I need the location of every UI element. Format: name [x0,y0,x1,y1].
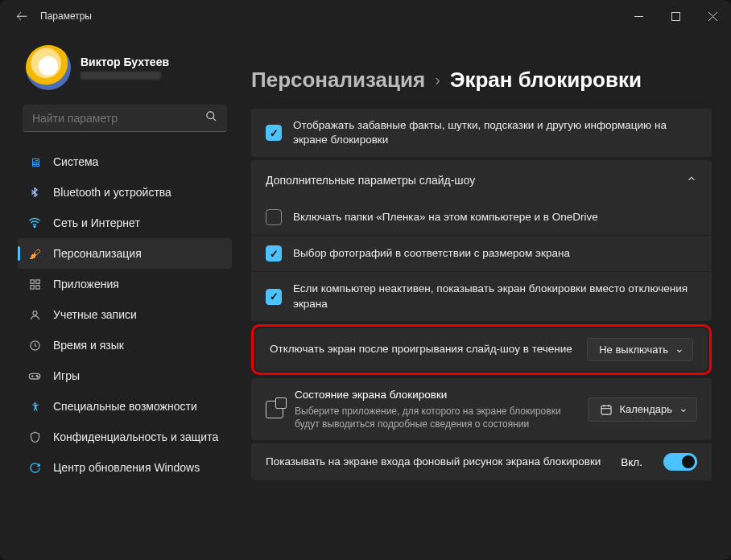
bluetooth-icon [27,185,42,200]
accessibility-icon [27,399,42,414]
opt-fit-screen[interactable]: Выбор фотографий в соответствии с размер… [251,236,712,272]
nav-accounts[interactable]: Учетные записи [18,299,232,330]
highlight-box: Отключать экран после проигрывания слайд… [251,324,712,375]
nav-label: Bluetooth и устройства [53,186,171,199]
setting-card: Состояние экрана блокировки Выберите при… [251,378,712,441]
wifi-icon [27,216,42,230]
toggle-switch[interactable] [663,453,697,471]
nav-network[interactable]: Сеть и Интернет [18,208,232,238]
setting-title: Состояние экрана блокировки [295,388,576,402]
sync-icon [27,460,42,475]
toggle-label: Вкл. [621,456,642,468]
nav-label: Центр обновления Windows [53,461,200,474]
setting-label: Отключать экран после проигрывания слайд… [270,342,576,356]
nav-update[interactable]: Центр обновления Windows [18,452,232,483]
nav-label: Время и язык [53,339,124,352]
search-input[interactable] [32,112,205,125]
expander-card: Дополнительные параметры слайд-шоу Включ… [251,160,712,320]
person-icon [27,307,42,322]
user-name: Виктор Бухтеев [81,56,169,68]
svg-rect-17 [601,406,611,414]
nav-system[interactable]: 🖥Система [18,146,232,177]
close-button[interactable] [694,0,731,32]
nav-label: Приложения [53,278,119,290]
svg-point-11 [33,311,37,315]
breadcrumb-category[interactable]: Персонализация [251,68,425,93]
svg-rect-1 [671,12,679,20]
gamepad-icon [27,369,42,383]
clock-icon [27,338,42,352]
svg-rect-9 [30,285,33,288]
setting-label: Отображать забавные факты, шутки, подска… [293,118,697,147]
titlebar: 🡠 Параметры [0,0,731,32]
expander-title: Дополнительные параметры слайд-шоу [266,174,475,187]
chevron-up-icon [686,173,697,187]
opt-inactive[interactable]: Если компьютер неактивен, показывать экр… [251,272,712,320]
svg-rect-10 [35,285,39,288]
dropdown-value: Календарь [619,403,672,415]
shield-icon [27,430,42,444]
nav-bluetooth[interactable]: Bluetooth и устройства [18,177,232,208]
setting-card: Показывать на экране входа фоновый рисун… [251,443,712,480]
sidebar: Виктор Бухтеев 🖥Система Bluetooth и устр… [0,32,242,560]
svg-rect-8 [35,279,39,282]
svg-point-15 [37,377,38,377]
opt-film-folders[interactable]: Включать папки «Пленка» на этом компьюте… [251,200,712,236]
search-icon [205,110,217,126]
setting-label: Показывать на экране входа фоновый рисун… [266,455,609,469]
svg-point-6 [34,226,35,228]
nav: 🖥Система Bluetooth и устройства Сеть и И… [18,146,232,483]
nav-label: Персонализация [53,247,142,260]
checkbox[interactable] [266,125,282,141]
nav-label: Учетные записи [53,308,137,321]
svg-point-16 [34,401,36,404]
nav-label: Специальные возможности [53,400,197,413]
main-content: Персонализация › Экран блокировки Отобра… [242,32,731,560]
setting-fun-facts[interactable]: Отображать забавные факты, шутки, подска… [251,109,712,157]
svg-point-4 [207,112,214,119]
checkbox[interactable] [266,245,282,261]
chevron-right-icon: › [435,71,440,89]
expander-slideshow[interactable]: Дополнительные параметры слайд-шоу [251,160,712,200]
setting-label: Выбор фотографий в соответствии с размер… [293,246,697,261]
nav-gaming[interactable]: Игры [18,360,232,391]
back-button[interactable]: 🡠 [16,10,27,23]
breadcrumb: Персонализация › Экран блокировки [251,68,712,93]
page-title: Экран блокировки [450,68,642,93]
nav-label: Конфиденциальность и защита [53,430,218,443]
lock-screen-status[interactable]: Состояние экрана блокировки Выберите при… [251,378,712,441]
nav-label: Игры [53,369,80,382]
grid-icon [27,277,42,291]
user-email [81,72,161,80]
nav-label: Сеть и Интернет [53,216,140,229]
maximize-button[interactable] [657,0,694,32]
show-signin-bg[interactable]: Показывать на экране входа фоновый рисун… [251,443,712,480]
setting-card: Отображать забавные факты, шутки, подска… [251,109,712,157]
search-box[interactable] [23,105,227,132]
setting-label: Включать папки «Пленка» на этом компьюте… [293,210,697,224]
nav-privacy[interactable]: Конфиденциальность и защита [18,422,232,452]
checkbox[interactable] [266,209,282,225]
nav-time[interactable]: Время и язык [18,330,232,360]
svg-rect-7 [30,279,33,282]
setting-description: Выберите приложение, для которого на экр… [295,405,576,430]
avatar [26,45,71,90]
calendar-icon [600,403,613,416]
dropdown-value: Не выключать [599,344,668,356]
monitor-icon: 🖥 [27,154,42,169]
turnoff-dropdown[interactable]: Не выключать [587,338,693,361]
opt-turn-off-screen[interactable]: Отключать экран после проигрывания слайд… [255,328,708,371]
minimize-button[interactable] [620,0,657,32]
nav-label: Система [53,155,98,168]
setting-label: Если компьютер неактивен, показывать экр… [293,282,697,311]
svg-line-5 [213,117,216,121]
nav-personalization[interactable]: 🖌Персонализация [18,238,232,269]
checkbox[interactable] [266,289,282,305]
window-title: Параметры [40,10,620,22]
nav-apps[interactable]: Приложения [18,269,232,299]
nav-accessibility[interactable]: Специальные возможности [18,391,232,422]
app-status-icon [266,401,283,418]
user-block[interactable]: Виктор Бухтеев [26,45,232,90]
brush-icon: 🖌 [27,246,42,261]
status-app-dropdown[interactable]: Календарь [588,397,697,422]
